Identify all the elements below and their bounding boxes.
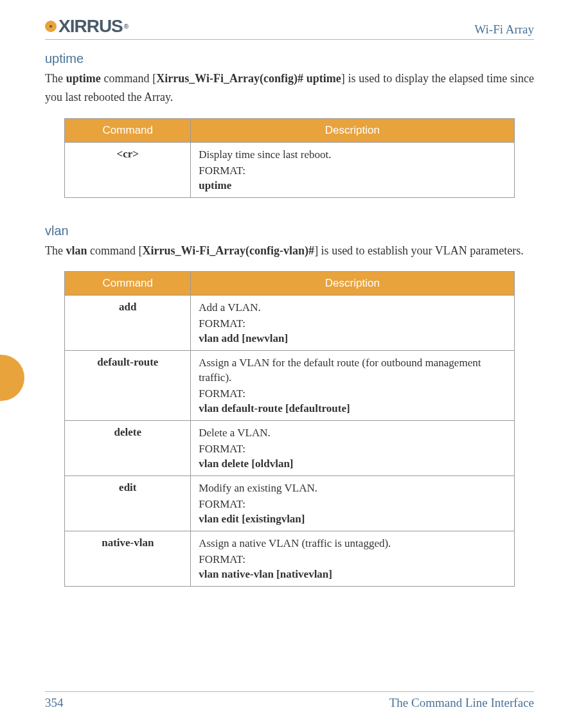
text-bold: Xirrus_Wi-Fi_Array(config)# uptime [156,72,341,85]
text: The [45,244,66,257]
table-row: add Add a VLAN. FORMAT: vlan add [newvla… [65,296,514,351]
cmd-cell: default-route [65,351,191,421]
desc-text: Assign a native VLAN (traffic is untagge… [199,537,506,551]
syntax-text: vlan edit [existingvlan] [199,513,506,526]
desc-text: Assign a VLAN for the default route (for… [199,356,506,386]
text-bold: vlan [66,244,87,257]
text-bold: uptime [66,72,101,85]
page-number: 354 [45,696,64,710]
col-description: Description [191,272,514,296]
table-header-row: Command Description [65,272,514,296]
desc-cell: Delete a VLAN. FORMAT: vlan delete [oldv… [191,421,514,476]
syntax-text: vlan add [newvlan] [199,332,506,345]
table-row: <cr> Display time since last reboot. FOR… [65,142,514,197]
vlan-intro: The vlan command [Xirrus_Wi-Fi_Array(con… [45,242,534,260]
format-label: FORMAT: [199,164,506,177]
uptime-table: Command Description <cr> Display time si… [64,118,514,198]
section-title-vlan: vlan [45,224,534,238]
text: command [ [101,72,157,85]
desc-text: Add a VLAN. [199,301,506,315]
desc-text: Display time since last reboot. [199,148,506,163]
footer-title: The Command Line Interface [389,696,534,710]
format-label: FORMAT: [199,553,506,566]
desc-cell: Assign a native VLAN (traffic is untagge… [191,531,514,587]
desc-cell: Display time since last reboot. FORMAT: … [191,142,514,197]
syntax-text: uptime [199,179,506,192]
desc-cell: Modify an existing VLAN. FORMAT: vlan ed… [191,476,514,531]
table-row: native-vlan Assign a native VLAN (traffi… [65,531,514,587]
table-row: default-route Assign a VLAN for the defa… [65,351,514,421]
vlan-table: Command Description add Add a VLAN. FORM… [64,271,514,587]
uptime-intro: The uptime command [Xirrus_Wi-Fi_Array(c… [45,69,534,107]
format-label: FORMAT: [199,387,506,400]
syntax-text: vlan delete [oldvlan] [199,457,506,470]
cmd-cell: <cr> [65,142,191,197]
cmd-cell: add [65,296,191,351]
col-description: Description [191,118,514,142]
logo-text: XIRRUS [58,16,123,37]
page-header: XIRRUS ® Wi-Fi Array [45,16,534,40]
desc-text: Delete a VLAN. [199,426,506,441]
cmd-cell: native-vlan [65,531,191,587]
syntax-text: vlan default-route [defaultroute] [199,402,506,415]
cmd-cell: delete [65,421,191,476]
col-command: Command [65,118,191,142]
desc-cell: Assign a VLAN for the default route (for… [191,351,514,421]
table-header-row: Command Description [65,118,514,142]
text: ] is used to establish your VLAN paramet… [314,244,524,257]
text-bold: Xirrus_Wi-Fi_Array(config-vlan)# [142,244,314,257]
format-label: FORMAT: [199,317,506,330]
format-label: FORMAT: [199,498,506,511]
table-row: delete Delete a VLAN. FORMAT: vlan delet… [65,421,514,476]
text: command [ [87,244,143,257]
syntax-text: vlan native-vlan [nativevlan] [199,568,506,581]
section-title-uptime: uptime [45,51,534,66]
table-row: edit Modify an existing VLAN. FORMAT: vl… [65,476,514,531]
desc-text: Modify an existing VLAN. [199,481,506,496]
text: The [45,72,66,85]
header-product: Wi-Fi Array [474,22,534,37]
logo-dot-icon [45,21,57,32]
brand-logo: XIRRUS ® [45,16,128,37]
col-command: Command [65,272,191,296]
page-footer: 354 The Command Line Interface [45,691,534,710]
desc-cell: Add a VLAN. FORMAT: vlan add [newvlan] [191,296,514,351]
registered-mark-icon: ® [124,23,128,30]
page-content: XIRRUS ® Wi-Fi Array uptime The uptime c… [0,0,579,632]
cmd-cell: edit [65,476,191,531]
format-label: FORMAT: [199,443,506,456]
